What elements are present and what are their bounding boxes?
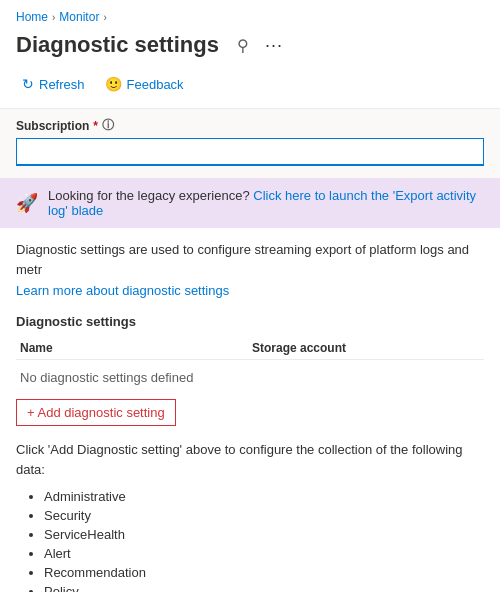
- click-description-text: Click 'Add Diagnostic setting' above to …: [16, 440, 484, 479]
- page-header: Diagnostic settings ⚲ ···: [0, 28, 500, 68]
- feedback-button[interactable]: 🙂 Feedback: [99, 72, 190, 96]
- table-header: Name Storage account: [16, 337, 484, 360]
- feedback-icon: 🙂: [105, 76, 122, 92]
- refresh-label: Refresh: [39, 77, 85, 92]
- toolbar: ↻ Refresh 🙂 Feedback: [0, 68, 500, 108]
- list-item: Alert: [44, 544, 484, 563]
- add-setting-label: + Add diagnostic setting: [27, 405, 165, 420]
- add-diagnostic-setting-button[interactable]: + Add diagnostic setting: [16, 399, 176, 426]
- main-content: Diagnostic settings are used to configur…: [0, 228, 500, 592]
- column-name-header: Name: [16, 341, 252, 355]
- title-actions: ⚲ ···: [233, 35, 287, 56]
- refresh-button[interactable]: ↻ Refresh: [16, 72, 91, 96]
- banner-text: Looking for the legacy experience? Click…: [48, 188, 484, 218]
- list-item: Security: [44, 506, 484, 525]
- breadcrumb-separator-1: ›: [52, 12, 55, 23]
- subscription-input[interactable]: [16, 138, 484, 166]
- subscription-section: Subscription * ⓘ: [0, 108, 500, 178]
- subscription-label: Subscription * ⓘ: [16, 117, 484, 134]
- diagnostic-settings-section-title: Diagnostic settings: [16, 314, 484, 329]
- list-item: Recommendation: [44, 563, 484, 582]
- breadcrumb-monitor[interactable]: Monitor: [59, 10, 99, 24]
- breadcrumb-separator-2: ›: [103, 12, 106, 23]
- more-options-button[interactable]: ···: [261, 35, 287, 56]
- page-title: Diagnostic settings: [16, 32, 219, 58]
- banner-link[interactable]: Click here to launch the 'Export activit…: [48, 188, 476, 218]
- banner: 🚀 Looking for the legacy experience? Cli…: [0, 178, 500, 228]
- ellipsis-icon: ···: [265, 35, 283, 55]
- column-storage-header: Storage account: [252, 341, 484, 355]
- feedback-label: Feedback: [127, 77, 184, 92]
- breadcrumb-home[interactable]: Home: [16, 10, 48, 24]
- info-icon[interactable]: ⓘ: [102, 117, 114, 134]
- no-settings-message: No diagnostic settings defined: [16, 364, 484, 391]
- data-items-list: AdministrativeSecurityServiceHealthAlert…: [16, 487, 484, 592]
- list-item: Policy: [44, 582, 484, 592]
- refresh-icon: ↻: [22, 76, 34, 92]
- learn-more-link[interactable]: Learn more about diagnostic settings: [16, 283, 229, 298]
- description-text: Diagnostic settings are used to configur…: [16, 240, 484, 279]
- required-marker: *: [93, 119, 98, 133]
- list-item: ServiceHealth: [44, 525, 484, 544]
- list-item: Administrative: [44, 487, 484, 506]
- pin-icon: ⚲: [237, 37, 249, 54]
- breadcrumb: Home › Monitor ›: [0, 0, 500, 28]
- pin-button[interactable]: ⚲: [233, 36, 253, 55]
- rocket-icon: 🚀: [16, 192, 38, 214]
